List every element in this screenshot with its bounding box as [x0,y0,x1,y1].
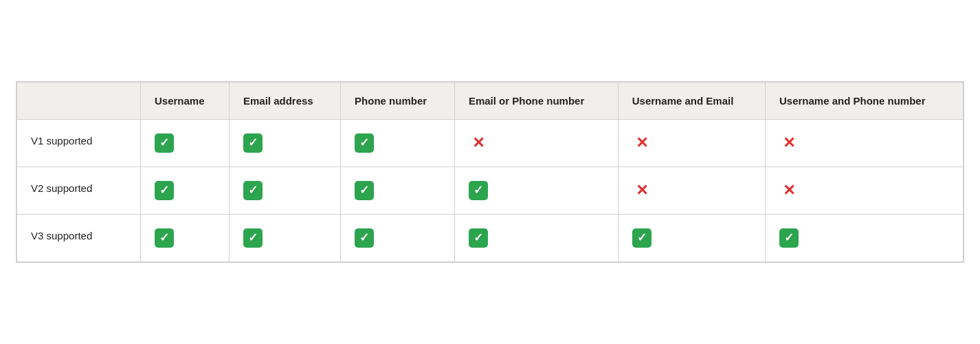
table-cell [341,215,455,262]
column-header-email-address: Email address [229,83,340,120]
table-cell [341,120,455,167]
check-icon [155,228,174,248]
table-row: V1 supported [17,120,964,167]
table-header-row: UsernameEmail addressPhone numberEmail o… [17,83,964,120]
column-header-username: Username [141,83,230,120]
comparison-table: UsernameEmail addressPhone numberEmail o… [16,81,964,263]
table-body: V1 supportedV2 supportedV3 supported [17,120,964,262]
table-cell [454,120,618,167]
cross-icon [632,181,652,200]
column-header-username-and-phone: Username and Phone number [765,83,963,120]
check-icon [155,133,174,153]
column-header-username-and-email: Username and Email [618,83,765,120]
row-label: V2 supported [17,167,141,215]
table-cell [765,120,963,167]
check-icon [355,181,374,200]
table-cell [229,120,340,167]
table-cell [229,167,340,215]
table-cell [765,167,963,215]
check-icon [469,181,488,200]
check-icon [355,228,374,248]
check-icon [779,228,799,248]
cross-icon [779,181,799,200]
table-cell [341,167,455,215]
table-cell [141,167,230,215]
table-cell [454,167,618,215]
column-header-row-label [17,83,141,120]
check-icon [243,133,263,153]
table-cell [454,215,618,262]
table-cell [618,167,765,215]
check-icon [155,181,174,200]
table-row: V3 supported [17,215,964,262]
check-icon [632,228,652,248]
check-icon [469,228,488,248]
table-cell [618,120,765,167]
column-header-email-or-phone: Email or Phone number [454,83,618,120]
check-icon [243,181,263,200]
row-label: V1 supported [17,120,141,167]
column-header-phone-number: Phone number [341,83,455,120]
table-cell [765,215,963,262]
table-row: V2 supported [17,167,964,215]
table-cell [141,215,230,262]
cross-icon [469,133,488,153]
cross-icon [632,133,652,153]
check-icon [355,133,374,153]
table-cell [229,215,340,262]
table-cell [618,215,765,262]
table-cell [141,120,230,167]
cross-icon [779,133,799,153]
row-label: V3 supported [17,215,141,262]
check-icon [243,228,263,248]
